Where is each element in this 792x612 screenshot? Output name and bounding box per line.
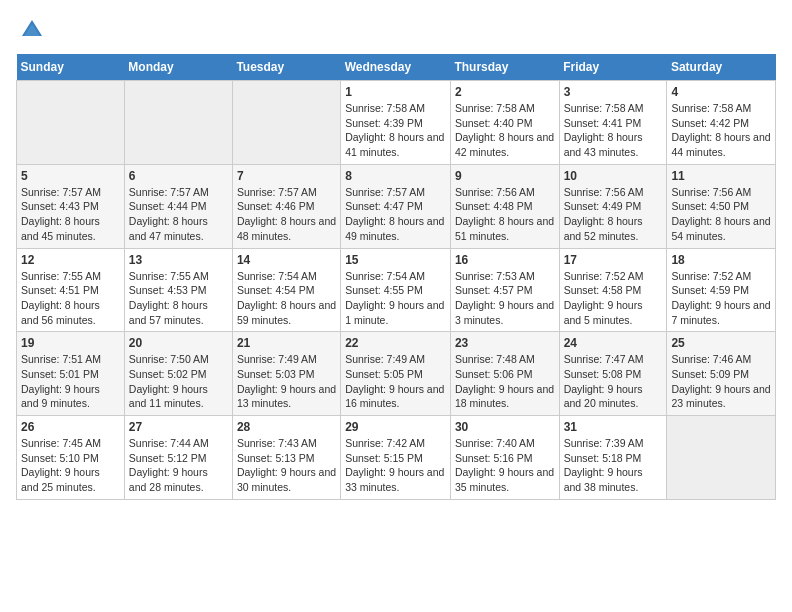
day-info: Sunrise: 7:50 AMSunset: 5:02 PMDaylight:… (129, 352, 228, 411)
day-number: 17 (564, 253, 663, 267)
day-number: 26 (21, 420, 120, 434)
week-row-0: 1Sunrise: 7:58 AMSunset: 4:39 PMDaylight… (17, 81, 776, 165)
weekday-header-sunday: Sunday (17, 54, 125, 81)
day-number: 6 (129, 169, 228, 183)
calendar-cell: 23Sunrise: 7:48 AMSunset: 5:06 PMDayligh… (450, 332, 559, 416)
day-info: Sunrise: 7:52 AMSunset: 4:59 PMDaylight:… (671, 269, 771, 328)
calendar-cell: 12Sunrise: 7:55 AMSunset: 4:51 PMDayligh… (17, 248, 125, 332)
calendar-cell (667, 416, 776, 500)
day-info: Sunrise: 7:49 AMSunset: 5:05 PMDaylight:… (345, 352, 446, 411)
day-number: 27 (129, 420, 228, 434)
day-info: Sunrise: 7:56 AMSunset: 4:48 PMDaylight:… (455, 185, 555, 244)
day-info: Sunrise: 7:46 AMSunset: 5:09 PMDaylight:… (671, 352, 771, 411)
weekday-header-row: SundayMondayTuesdayWednesdayThursdayFrid… (17, 54, 776, 81)
calendar-cell: 16Sunrise: 7:53 AMSunset: 4:57 PMDayligh… (450, 248, 559, 332)
calendar-table: SundayMondayTuesdayWednesdayThursdayFrid… (16, 54, 776, 500)
calendar-cell: 10Sunrise: 7:56 AMSunset: 4:49 PMDayligh… (559, 164, 667, 248)
day-number: 14 (237, 253, 336, 267)
logo-icon (18, 16, 46, 44)
weekday-header-tuesday: Tuesday (232, 54, 340, 81)
day-number: 31 (564, 420, 663, 434)
day-number: 19 (21, 336, 120, 350)
calendar-cell: 31Sunrise: 7:39 AMSunset: 5:18 PMDayligh… (559, 416, 667, 500)
day-info: Sunrise: 7:45 AMSunset: 5:10 PMDaylight:… (21, 436, 120, 495)
weekday-header-monday: Monday (124, 54, 232, 81)
day-info: Sunrise: 7:39 AMSunset: 5:18 PMDaylight:… (564, 436, 663, 495)
day-info: Sunrise: 7:58 AMSunset: 4:42 PMDaylight:… (671, 101, 771, 160)
calendar-cell: 30Sunrise: 7:40 AMSunset: 5:16 PMDayligh… (450, 416, 559, 500)
day-number: 24 (564, 336, 663, 350)
calendar-cell: 19Sunrise: 7:51 AMSunset: 5:01 PMDayligh… (17, 332, 125, 416)
day-info: Sunrise: 7:56 AMSunset: 4:50 PMDaylight:… (671, 185, 771, 244)
calendar-cell: 2Sunrise: 7:58 AMSunset: 4:40 PMDaylight… (450, 81, 559, 165)
day-info: Sunrise: 7:57 AMSunset: 4:43 PMDaylight:… (21, 185, 120, 244)
day-info: Sunrise: 7:55 AMSunset: 4:53 PMDaylight:… (129, 269, 228, 328)
day-number: 22 (345, 336, 446, 350)
day-info: Sunrise: 7:49 AMSunset: 5:03 PMDaylight:… (237, 352, 336, 411)
calendar-cell (17, 81, 125, 165)
day-info: Sunrise: 7:58 AMSunset: 4:40 PMDaylight:… (455, 101, 555, 160)
day-number: 8 (345, 169, 446, 183)
day-info: Sunrise: 7:58 AMSunset: 4:41 PMDaylight:… (564, 101, 663, 160)
day-number: 4 (671, 85, 771, 99)
day-info: Sunrise: 7:47 AMSunset: 5:08 PMDaylight:… (564, 352, 663, 411)
day-info: Sunrise: 7:56 AMSunset: 4:49 PMDaylight:… (564, 185, 663, 244)
day-number: 18 (671, 253, 771, 267)
week-row-1: 5Sunrise: 7:57 AMSunset: 4:43 PMDaylight… (17, 164, 776, 248)
day-number: 25 (671, 336, 771, 350)
day-number: 7 (237, 169, 336, 183)
calendar-cell: 11Sunrise: 7:56 AMSunset: 4:50 PMDayligh… (667, 164, 776, 248)
calendar-cell: 28Sunrise: 7:43 AMSunset: 5:13 PMDayligh… (232, 416, 340, 500)
calendar-cell: 3Sunrise: 7:58 AMSunset: 4:41 PMDaylight… (559, 81, 667, 165)
day-info: Sunrise: 7:55 AMSunset: 4:51 PMDaylight:… (21, 269, 120, 328)
weekday-header-thursday: Thursday (450, 54, 559, 81)
calendar-cell: 8Sunrise: 7:57 AMSunset: 4:47 PMDaylight… (341, 164, 451, 248)
calendar-cell: 17Sunrise: 7:52 AMSunset: 4:58 PMDayligh… (559, 248, 667, 332)
calendar-cell: 14Sunrise: 7:54 AMSunset: 4:54 PMDayligh… (232, 248, 340, 332)
day-info: Sunrise: 7:58 AMSunset: 4:39 PMDaylight:… (345, 101, 446, 160)
day-info: Sunrise: 7:48 AMSunset: 5:06 PMDaylight:… (455, 352, 555, 411)
day-number: 5 (21, 169, 120, 183)
day-number: 13 (129, 253, 228, 267)
day-number: 2 (455, 85, 555, 99)
day-number: 9 (455, 169, 555, 183)
day-info: Sunrise: 7:43 AMSunset: 5:13 PMDaylight:… (237, 436, 336, 495)
day-info: Sunrise: 7:57 AMSunset: 4:46 PMDaylight:… (237, 185, 336, 244)
day-info: Sunrise: 7:57 AMSunset: 4:47 PMDaylight:… (345, 185, 446, 244)
calendar-cell: 4Sunrise: 7:58 AMSunset: 4:42 PMDaylight… (667, 81, 776, 165)
calendar-cell: 24Sunrise: 7:47 AMSunset: 5:08 PMDayligh… (559, 332, 667, 416)
day-info: Sunrise: 7:54 AMSunset: 4:55 PMDaylight:… (345, 269, 446, 328)
weekday-header-friday: Friday (559, 54, 667, 81)
day-info: Sunrise: 7:57 AMSunset: 4:44 PMDaylight:… (129, 185, 228, 244)
calendar-cell: 20Sunrise: 7:50 AMSunset: 5:02 PMDayligh… (124, 332, 232, 416)
day-number: 12 (21, 253, 120, 267)
calendar-cell: 18Sunrise: 7:52 AMSunset: 4:59 PMDayligh… (667, 248, 776, 332)
weekday-header-saturday: Saturday (667, 54, 776, 81)
week-row-4: 26Sunrise: 7:45 AMSunset: 5:10 PMDayligh… (17, 416, 776, 500)
calendar-cell: 29Sunrise: 7:42 AMSunset: 5:15 PMDayligh… (341, 416, 451, 500)
day-info: Sunrise: 7:40 AMSunset: 5:16 PMDaylight:… (455, 436, 555, 495)
day-number: 10 (564, 169, 663, 183)
calendar-cell: 25Sunrise: 7:46 AMSunset: 5:09 PMDayligh… (667, 332, 776, 416)
day-number: 1 (345, 85, 446, 99)
day-info: Sunrise: 7:51 AMSunset: 5:01 PMDaylight:… (21, 352, 120, 411)
calendar-cell: 22Sunrise: 7:49 AMSunset: 5:05 PMDayligh… (341, 332, 451, 416)
day-number: 30 (455, 420, 555, 434)
calendar-cell: 6Sunrise: 7:57 AMSunset: 4:44 PMDaylight… (124, 164, 232, 248)
calendar-cell: 15Sunrise: 7:54 AMSunset: 4:55 PMDayligh… (341, 248, 451, 332)
calendar-cell: 21Sunrise: 7:49 AMSunset: 5:03 PMDayligh… (232, 332, 340, 416)
calendar-cell: 27Sunrise: 7:44 AMSunset: 5:12 PMDayligh… (124, 416, 232, 500)
weekday-header-wednesday: Wednesday (341, 54, 451, 81)
day-info: Sunrise: 7:54 AMSunset: 4:54 PMDaylight:… (237, 269, 336, 328)
logo (16, 16, 46, 44)
calendar-cell: 26Sunrise: 7:45 AMSunset: 5:10 PMDayligh… (17, 416, 125, 500)
day-number: 16 (455, 253, 555, 267)
day-number: 20 (129, 336, 228, 350)
page-header (16, 16, 776, 44)
calendar-cell (124, 81, 232, 165)
week-row-2: 12Sunrise: 7:55 AMSunset: 4:51 PMDayligh… (17, 248, 776, 332)
day-number: 28 (237, 420, 336, 434)
calendar-cell: 13Sunrise: 7:55 AMSunset: 4:53 PMDayligh… (124, 248, 232, 332)
calendar-cell: 7Sunrise: 7:57 AMSunset: 4:46 PMDaylight… (232, 164, 340, 248)
day-number: 11 (671, 169, 771, 183)
